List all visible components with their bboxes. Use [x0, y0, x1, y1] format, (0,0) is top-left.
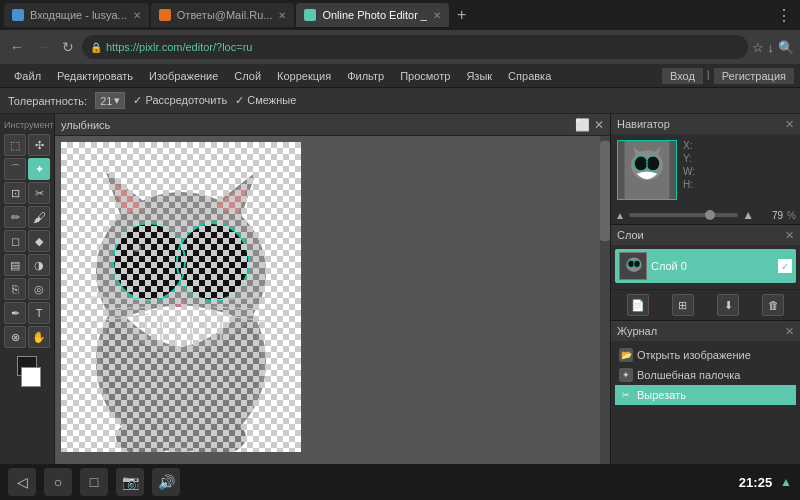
w-label: W:	[683, 166, 695, 177]
menu-file[interactable]: Файл	[6, 68, 49, 84]
back-button[interactable]: ←	[6, 37, 28, 57]
forward-button[interactable]: →	[32, 37, 54, 57]
browser-menu-btn[interactable]: ⋮	[776, 6, 792, 25]
canvas-close-btn[interactable]: ✕	[594, 118, 604, 132]
menu-edit[interactable]: Редактировать	[49, 68, 141, 84]
tab-close-3[interactable]: ✕	[433, 10, 441, 21]
navigator-thumbnail	[617, 140, 677, 200]
layer-new-btn[interactable]: 📄	[627, 294, 649, 316]
layers-close-btn[interactable]: ✕	[785, 229, 794, 242]
register-button[interactable]: Регистрация	[714, 68, 794, 84]
navigator-content: X: Y: W: H:	[611, 134, 800, 206]
menu-view[interactable]: Просмотр	[392, 68, 458, 84]
tool-select-rect[interactable]: ⬚	[4, 134, 26, 156]
menu-language[interactable]: Язык	[458, 68, 500, 84]
tool-row-6: ▤ ◑	[4, 254, 50, 276]
svg-point-37	[628, 260, 634, 267]
tool-gradient[interactable]: ▤	[4, 254, 26, 276]
tolerance-value: 21	[100, 95, 112, 107]
tool-dodge[interactable]: ◑	[28, 254, 50, 276]
nav-x-coord: X:	[683, 140, 794, 151]
canvas-vscrollbar[interactable]	[600, 136, 610, 470]
address-bar[interactable]: 🔒 https://pixlr.com/editor/?loc=ru	[82, 35, 748, 59]
refresh-button[interactable]: ↻	[58, 37, 78, 57]
tool-blur[interactable]: ◎	[28, 278, 50, 300]
tab-close-2[interactable]: ✕	[278, 10, 286, 21]
history-item-1[interactable]: ✦ Волшебная палочка	[615, 365, 796, 385]
tool-row-8: ✒ T	[4, 302, 50, 324]
volume-btn[interactable]: 🔊	[152, 468, 180, 496]
layer-merge-btn[interactable]: ⬇	[717, 294, 739, 316]
navigator-close-btn[interactable]: ✕	[785, 118, 794, 131]
history-item-2[interactable]: ✂ Вырезать	[615, 385, 796, 405]
tool-pencil[interactable]: ✏	[4, 206, 26, 228]
tool-brush[interactable]: 🖌	[28, 206, 50, 228]
home-btn[interactable]: ○	[44, 468, 72, 496]
history-close-btn[interactable]: ✕	[785, 325, 794, 338]
canvas-titlebar: улыбнись ⬜ ✕	[55, 114, 610, 136]
tool-clone[interactable]: ⎘	[4, 278, 26, 300]
tool-fill[interactable]: ◆	[28, 230, 50, 252]
auth-buttons: Вход | Регистрация	[662, 68, 794, 84]
tool-row-2: ⌒ ✦	[4, 158, 50, 180]
tolerance-label: Толерантность:	[8, 95, 87, 107]
menu-help[interactable]: Справка	[500, 68, 559, 84]
history-label-0: Открыть изображение	[637, 349, 751, 361]
layer-visibility-0[interactable]: ✓	[778, 259, 792, 273]
canvas-maximize-btn[interactable]: ⬜	[575, 118, 590, 132]
menu-image[interactable]: Изображение	[141, 68, 226, 84]
tool-crop[interactable]: ⊡	[4, 182, 26, 204]
menu-correction[interactable]: Коррекция	[269, 68, 339, 84]
layer-delete-btn[interactable]: 🗑	[762, 294, 784, 316]
layer-thumbnail-0	[619, 252, 647, 280]
tool-move[interactable]: ✣	[28, 134, 50, 156]
recent-apps-btn[interactable]: □	[80, 468, 108, 496]
download-button[interactable]: ↓	[768, 40, 775, 55]
tab-2[interactable]: Ответы@Mail.Ru... ✕	[151, 3, 295, 27]
zoom-mountain-large-icon: ▲	[742, 208, 754, 222]
tab-close-1[interactable]: ✕	[133, 10, 141, 21]
login-button[interactable]: Вход	[662, 68, 703, 84]
bookmark-button[interactable]: ☆	[752, 40, 764, 55]
tool-row-4: ✏ 🖌	[4, 206, 50, 228]
tool-eyedropper[interactable]: ⊗	[4, 326, 26, 348]
tool-row-1: ⬚ ✣	[4, 134, 50, 156]
scatter-check[interactable]: ✓ Рассредоточить	[133, 94, 227, 107]
new-tab-button[interactable]: +	[451, 6, 472, 24]
search-button[interactable]: 🔍	[778, 40, 794, 55]
tool-slice[interactable]: ✂	[28, 182, 50, 204]
tool-lasso[interactable]: ⌒	[4, 158, 26, 180]
menu-layer[interactable]: Слой	[226, 68, 269, 84]
history-wand-icon: ✦	[619, 368, 633, 382]
tab-3[interactable]: Online Photo Editor _ ✕	[296, 3, 449, 27]
tab-label-1: Входящие - lusya...	[30, 9, 127, 21]
back-nav-btn[interactable]: ◁	[8, 468, 36, 496]
camera-btn[interactable]: 📷	[116, 468, 144, 496]
tolerance-input[interactable]: 21 ▾	[95, 92, 125, 109]
background-color[interactable]	[21, 367, 41, 387]
tool-row-9: ⊗ ✋	[4, 326, 50, 348]
canvas-viewport[interactable]	[55, 136, 600, 470]
tab-label-3: Online Photo Editor _	[322, 9, 427, 21]
history-label-1: Волшебная палочка	[637, 369, 740, 381]
navigator-panel: Навигатор ✕	[611, 114, 800, 225]
adjacent-check[interactable]: ✓ Смежные	[235, 94, 296, 107]
tool-hand[interactable]: ✋	[28, 326, 50, 348]
options-toolbar: Толерантность: 21 ▾ ✓ Рассредоточить ✓ С…	[0, 88, 800, 114]
tool-row-3: ⊡ ✂	[4, 182, 50, 204]
zoom-slider-thumb[interactable]	[705, 210, 715, 220]
history-item-0[interactable]: 📂 Открыть изображение	[615, 345, 796, 365]
tool-pen[interactable]: ✒	[4, 302, 26, 324]
layers-panel: Слои ✕ Слой 0 ✓	[611, 225, 800, 321]
zoom-slider[interactable]	[629, 213, 738, 217]
tool-text[interactable]: T	[28, 302, 50, 324]
menu-filter[interactable]: Фильтр	[339, 68, 392, 84]
tab-favicon-3	[304, 9, 316, 21]
canvas-vscroll-thumb[interactable]	[600, 141, 610, 241]
nav-actions: ☆ ↓ 🔍	[752, 40, 795, 55]
tool-magic-wand[interactable]: ✦	[28, 158, 50, 180]
layer-item-0[interactable]: Слой 0 ✓	[615, 249, 796, 283]
tab-1[interactable]: Входящие - lusya... ✕	[4, 3, 149, 27]
layer-group-btn[interactable]: ⊞	[672, 294, 694, 316]
tool-eraser[interactable]: ◻	[4, 230, 26, 252]
